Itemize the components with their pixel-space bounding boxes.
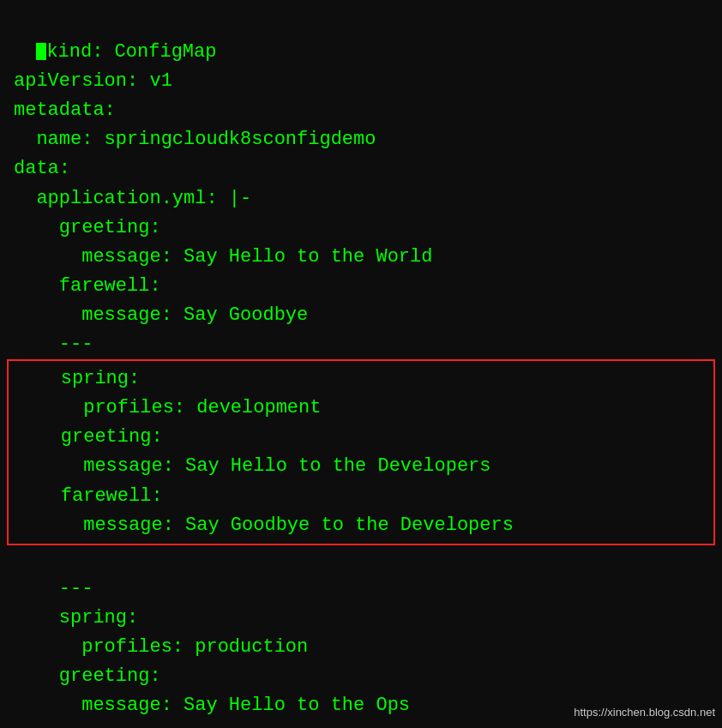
line-11: --- xyxy=(14,334,93,355)
line-2: apiVersion: v1 xyxy=(14,70,172,92)
watermark: https://xinchen.blog.csdn.net xyxy=(574,704,715,721)
line-21: greeting: xyxy=(14,665,161,687)
line-15: message: Say Hello to the Developers xyxy=(15,455,491,477)
line-7: greeting: xyxy=(14,217,161,238)
line-17: message: Say Goodbye to the Developers xyxy=(15,514,514,536)
line-3: metadata: xyxy=(14,99,116,121)
line-12: spring: xyxy=(15,368,140,389)
line-1: kind: ConfigMap xyxy=(46,41,216,63)
line-22: message: Say Hello to the Ops xyxy=(14,695,410,716)
line-6: application.yml: |- xyxy=(14,188,251,209)
line-19: spring: xyxy=(14,607,138,629)
line-18: --- xyxy=(14,578,93,599)
line-4: name: springcloudk8sconfigdemo xyxy=(14,129,376,150)
line-9: farewell: xyxy=(14,275,161,297)
code-editor: kind: ConfigMap apiVersion: v1 metadata:… xyxy=(14,9,708,720)
highlighted-block: spring: profiles: development greeting: … xyxy=(7,359,715,545)
line-16: farewell: xyxy=(15,485,163,507)
cursor-indicator xyxy=(36,43,46,60)
line-10: message: Say Goodbye xyxy=(14,304,308,326)
line-13: profiles: development xyxy=(15,397,321,418)
line-14: greeting: xyxy=(15,426,163,448)
line-5: data: xyxy=(14,158,70,179)
line-20: profiles: production xyxy=(14,636,308,658)
line-8: message: Say Hello to the World xyxy=(14,246,432,268)
